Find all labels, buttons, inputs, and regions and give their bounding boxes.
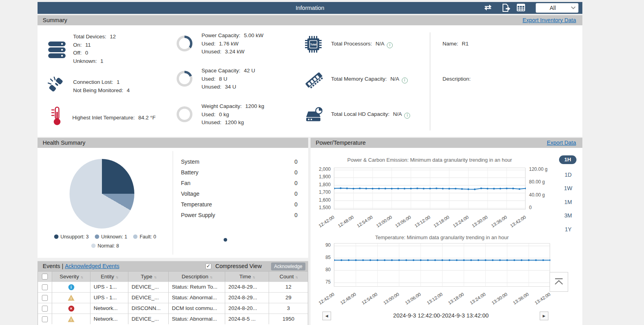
health-divider: [173, 151, 173, 255]
space-capacity-text: Space Capacity:42 U Used:8 U Unused:34 U: [201, 67, 255, 91]
severity-icon: i: [68, 284, 74, 290]
ytick-label: 1,800: [311, 182, 331, 187]
events-table: Severity↑↓ Entity↑↓ Type↑↓ Description↑↓…: [38, 271, 308, 325]
col-count[interactable]: Count↑↓: [269, 272, 308, 282]
acknowledged-events-link[interactable]: Acknowledged Events: [65, 263, 119, 269]
row-checkbox[interactable]: [42, 284, 48, 290]
pie-legend-row1: Unsupport: 3 Unknown: 1 Fault: 0: [38, 234, 168, 240]
svg-text:Total: Total: [310, 43, 316, 46]
refresh-icon[interactable]: [483, 3, 493, 13]
cpu-total-icon: Total: [305, 36, 322, 54]
info-icon[interactable]: i: [404, 113, 410, 119]
summary-header: Summary Export Inventory Data: [38, 15, 582, 25]
inlet-temperature: Highest Inlet Temperature:84.2 °F: [72, 114, 156, 122]
legend-dot: [95, 234, 99, 239]
scope-dropdown[interactable]: All: [536, 3, 578, 13]
table-row[interactable]: ! Network... DEVICE_... Status: Abnormal…: [38, 314, 308, 324]
ytick-label: 90: [311, 242, 331, 248]
range-button-1y[interactable]: 1Y: [559, 226, 577, 232]
weight-capacity-text: Weight Capacity:1200 kg Used:0 kg Unused…: [201, 102, 264, 127]
health-title: Health Summary: [43, 140, 85, 146]
sort-icon: ↑↓: [154, 275, 156, 279]
row-checkbox[interactable]: [42, 295, 48, 301]
ytick-label: 1,500: [311, 205, 331, 210]
pie-legend-row2: Normal: 8: [38, 243, 168, 249]
legend-dot: [54, 234, 58, 239]
select-all-cell: [38, 272, 52, 282]
export-report-icon[interactable]: [501, 3, 511, 13]
xtick-label: 12:42:00: [312, 215, 335, 232]
xtick-label: 13:24:00: [446, 215, 469, 232]
ytick-label: 40.00 g: [529, 192, 554, 198]
col-description[interactable]: Description↑↓: [169, 272, 225, 282]
health-pie-chart: [70, 159, 134, 229]
xtick-label: 13:18:00: [442, 292, 465, 309]
summary-panel: Total Devices:12 On:11 Off:0 Unknown:1 C…: [38, 25, 582, 137]
info-icon[interactable]: i: [402, 77, 408, 83]
server-stack-icon: [48, 41, 66, 60]
sort-icon: ↑↓: [116, 275, 118, 279]
temperature-chart-title: Temperature: Minimum data granularity tr…: [334, 234, 550, 240]
range-button-1w[interactable]: 1W: [559, 185, 577, 191]
date-range-label: 2024-9-3 12:42:00-2024-9-3 13:42:00: [334, 312, 548, 319]
export-data-link[interactable]: Export Data: [547, 140, 576, 146]
thermometer-icon: [51, 106, 63, 128]
select-all-checkbox[interactable]: [42, 274, 48, 280]
power-chart: [334, 168, 525, 210]
carousel-dot[interactable]: [224, 238, 227, 242]
health-panel: Unsupport: 3 Unknown: 1 Fault: 0 Normal:…: [38, 148, 308, 258]
sort-icon: ↑↓: [210, 275, 212, 279]
xtick-label: 13:36:00: [507, 292, 530, 309]
xtick-label: 12:54:00: [355, 292, 378, 309]
memory-icon: [305, 72, 323, 90]
table-row[interactable]: ! UPS - 1... DEVICE_... Status: Abnormal…: [38, 292, 308, 303]
weight-capacity-gauge: [177, 106, 192, 122]
col-severity[interactable]: Severity↑↓: [52, 272, 90, 282]
summary-title: Summary: [43, 17, 67, 23]
ytick-label: 1,700: [311, 189, 331, 195]
rack-description: Description:: [443, 75, 471, 83]
table-row[interactable]: × Network... DISCONN... DCM lost commu..…: [38, 303, 308, 314]
device-counts: Total Devices:12 On:11 Off:0 Unknown:1: [73, 33, 116, 65]
health-list: System0 Battery0 Fan0 Voltage0 Temperatu…: [181, 156, 298, 220]
rack-table-icon[interactable]: [516, 3, 527, 13]
power-temp-panel: Power & Carbon Emission: Minimum data gr…: [311, 148, 582, 325]
xtick-label: 13:24:00: [463, 292, 487, 309]
table-row[interactable]: i UPS - 1... DEVICE_... Status: Return T…: [38, 282, 308, 292]
col-type[interactable]: Type↑↓: [128, 272, 169, 282]
dashboard-page: Information All Summary Export Inventory…: [0, 0, 644, 325]
ytick-label: 80: [311, 267, 331, 272]
scroll-to-top-button[interactable]: [550, 272, 568, 292]
chevron-down-icon: [571, 6, 576, 9]
range-button-1h[interactable]: 1H: [559, 155, 576, 164]
row-checkbox[interactable]: [42, 316, 48, 322]
ytick-label: 1,900: [311, 174, 331, 180]
temperature-chart: [334, 243, 550, 287]
xtick-label: 13:12:00: [420, 292, 443, 309]
hdd-icon: [305, 107, 322, 124]
events-bar: Events | Acknowledged Events Compressed …: [38, 261, 308, 271]
info-icon[interactable]: i: [387, 42, 393, 48]
range-button-1d[interactable]: 1D: [559, 172, 577, 178]
sort-icon: ↑↓: [252, 275, 254, 279]
range-button-3m[interactable]: 3M: [559, 212, 577, 219]
summary-divider: [430, 32, 430, 130]
total-memory: Total Memory Capacity:N/Ai: [331, 75, 408, 83]
total-hd: Total Local HD Capacity:N/Ai: [331, 110, 410, 119]
xtick-label: 13:36:00: [484, 215, 508, 232]
col-time[interactable]: Time↑↓: [225, 272, 269, 282]
xtick-label: 12:48:00: [333, 292, 357, 309]
export-inventory-link[interactable]: Export Inventory Data: [523, 17, 576, 23]
rack-name: Name:R1: [443, 40, 469, 48]
col-entity[interactable]: Entity↑↓: [90, 272, 128, 282]
row-checkbox[interactable]: [42, 306, 48, 312]
events-tabs: Events | Acknowledged Events: [43, 263, 119, 269]
compressed-view-checkbox[interactable]: [205, 263, 211, 269]
severity-icon: ×: [68, 306, 74, 312]
severity-icon: !: [68, 295, 75, 301]
events-tab[interactable]: Events: [43, 263, 60, 269]
range-button-1m[interactable]: 1M: [559, 199, 577, 205]
xtick-label: 13:30:00: [485, 292, 508, 309]
prev-range-button[interactable]: ◀: [322, 312, 331, 320]
acknowledge-button[interactable]: Acknowledge: [271, 263, 305, 270]
